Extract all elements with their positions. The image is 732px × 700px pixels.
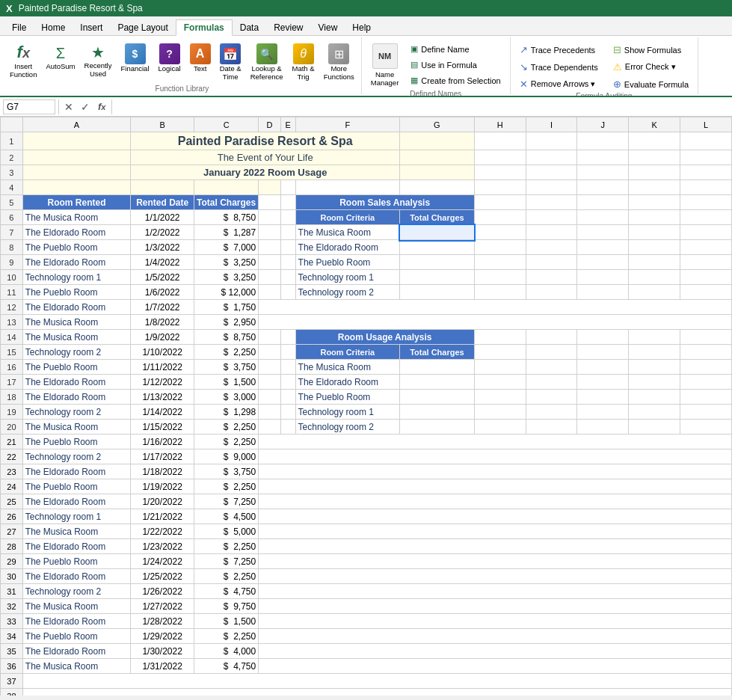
col-header-H[interactable]: H <box>474 117 526 132</box>
cell-K2[interactable] <box>629 150 680 165</box>
cell-J2[interactable] <box>577 150 629 165</box>
cell-G20[interactable] <box>400 420 475 435</box>
cell-H14[interactable] <box>474 330 526 345</box>
cell-B7[interactable]: 1/2/2022 <box>131 225 194 240</box>
cell-G4[interactable] <box>400 180 475 195</box>
cell-F17[interactable]: The Eldorado Room <box>295 375 400 390</box>
cell-A30[interactable]: The Eldorado Room <box>22 569 130 584</box>
cell-L9[interactable] <box>680 255 732 270</box>
cell-J9[interactable] <box>577 255 629 270</box>
cell-F11[interactable]: Technology room 2 <box>295 285 400 300</box>
cell-B27[interactable]: 1/22/2022 <box>131 524 194 539</box>
cell-H2[interactable] <box>474 150 526 165</box>
cell-A7[interactable]: The Eldorado Room <box>22 225 130 240</box>
cell-I3[interactable] <box>526 165 577 180</box>
cell-B21[interactable]: 1/16/2022 <box>131 435 194 449</box>
cell-G16[interactable] <box>400 360 475 375</box>
cell-B14[interactable]: 1/9/2022 <box>131 330 194 345</box>
cell-D9[interactable] <box>259 255 281 270</box>
cell-J8[interactable] <box>577 240 629 255</box>
cell-L14[interactable] <box>680 330 732 345</box>
cell-A3[interactable] <box>22 165 130 180</box>
cell-C4[interactable] <box>194 180 259 195</box>
cell-A18[interactable]: The Eldorado Room <box>22 390 130 405</box>
cell-C10[interactable]: $ 3,250 <box>194 270 259 285</box>
cell-I10[interactable] <box>526 270 577 285</box>
cell-H16[interactable] <box>474 360 526 375</box>
cell-B18[interactable]: 1/13/2022 <box>131 390 194 405</box>
cell-L19[interactable] <box>680 405 732 420</box>
col-header-K[interactable]: K <box>629 117 680 132</box>
cell-I17[interactable] <box>526 375 577 390</box>
cell-H17[interactable] <box>474 375 526 390</box>
cell-L15[interactable] <box>680 345 732 360</box>
cell-C16[interactable]: $ 3,750 <box>194 360 259 375</box>
cell-D8[interactable] <box>259 240 281 255</box>
cell-L16[interactable] <box>680 360 732 375</box>
cell-J20[interactable] <box>577 420 629 435</box>
cell-B12[interactable]: 1/7/2022 <box>131 300 194 315</box>
cell-F19[interactable]: Technology room 1 <box>295 405 400 420</box>
cell-J4[interactable] <box>577 180 629 195</box>
cell-J1[interactable] <box>577 132 629 150</box>
date-time-button[interactable]: 📅 Date &Time <box>216 41 245 83</box>
cell-C34[interactable]: $ 2,250 <box>194 629 259 644</box>
cell-L1[interactable] <box>680 132 732 150</box>
cell-C5[interactable]: Total Charges <box>194 195 259 210</box>
cell-C6[interactable]: $ 8,750 <box>194 210 259 225</box>
cell-H1[interactable] <box>474 132 526 150</box>
cell-B5[interactable]: Rented Date <box>131 195 194 210</box>
cell-H8[interactable] <box>474 240 526 255</box>
cell-D5[interactable] <box>259 195 281 210</box>
cell-B33[interactable]: 1/28/2022 <box>131 614 194 629</box>
trace-dependents-button[interactable]: ↘ Trace Dependents <box>515 59 603 75</box>
spreadsheet-container[interactable]: A B C D E F G H I J K L 1 Painted Paradi… <box>0 117 732 696</box>
cell-B25[interactable]: 1/20/2022 <box>131 494 194 509</box>
tab-review[interactable]: Review <box>266 20 310 35</box>
cell-K14[interactable] <box>629 330 680 345</box>
cell-B10[interactable]: 1/5/2022 <box>131 270 194 285</box>
cell-A34[interactable]: The Pueblo Room <box>22 629 130 644</box>
cell-A9[interactable]: The Eldorado Room <box>22 255 130 270</box>
cell-B22[interactable]: 1/17/2022 <box>131 449 194 464</box>
cell-C28[interactable]: $ 2,250 <box>194 539 259 554</box>
cell-E10[interactable] <box>280 270 295 285</box>
tab-home[interactable]: Home <box>34 20 73 35</box>
cell-A2[interactable] <box>22 150 130 165</box>
tab-data[interactable]: Data <box>233 20 266 35</box>
cell-C35[interactable]: $ 4,000 <box>194 644 259 659</box>
cell-B2[interactable]: The Event of Your Life <box>131 150 400 165</box>
tab-formulas[interactable]: Formulas <box>176 19 233 36</box>
cell-I14[interactable] <box>526 330 577 345</box>
cell-F8[interactable]: The Eldorado Room <box>295 240 400 255</box>
cell-C9[interactable]: $ 3,250 <box>194 255 259 270</box>
cell-L18[interactable] <box>680 390 732 405</box>
cell-I1[interactable] <box>526 132 577 150</box>
cell-K7[interactable] <box>629 225 680 240</box>
cell-G3[interactable] <box>400 165 475 180</box>
cell-A5[interactable]: Room Rented <box>22 195 130 210</box>
cell-L8[interactable] <box>680 240 732 255</box>
cell-C18[interactable]: $ 3,000 <box>194 390 259 405</box>
cell-D14[interactable] <box>259 330 281 345</box>
cell-C7[interactable]: $ 1,287 <box>194 225 259 240</box>
cell-L11[interactable] <box>680 285 732 300</box>
cell-C29[interactable]: $ 7,250 <box>194 554 259 569</box>
cell-J14[interactable] <box>577 330 629 345</box>
cell-A12[interactable]: The Eldorado Room <box>22 300 130 315</box>
col-header-J[interactable]: J <box>577 117 629 132</box>
cell-B4[interactable] <box>131 180 194 195</box>
cell-B20[interactable]: 1/15/2022 <box>131 420 194 435</box>
cell-B3[interactable]: January 2022 Room Usage <box>131 165 400 180</box>
cell-C19[interactable]: $ 1,298 <box>194 405 259 420</box>
cell-C20[interactable]: $ 2,250 <box>194 420 259 435</box>
cell-F16[interactable]: The Musica Room <box>295 360 400 375</box>
cell-A33[interactable]: The Eldorado Room <box>22 614 130 629</box>
tab-help[interactable]: Help <box>345 20 378 35</box>
text-button[interactable]: A Text <box>186 41 215 75</box>
cell-L17[interactable] <box>680 375 732 390</box>
cell-B1[interactable]: Painted Paradise Resort & Spa <box>131 132 400 150</box>
cell-J16[interactable] <box>577 360 629 375</box>
cell-A11[interactable]: The Pueblo Room <box>22 285 130 300</box>
cell-J10[interactable] <box>577 270 629 285</box>
